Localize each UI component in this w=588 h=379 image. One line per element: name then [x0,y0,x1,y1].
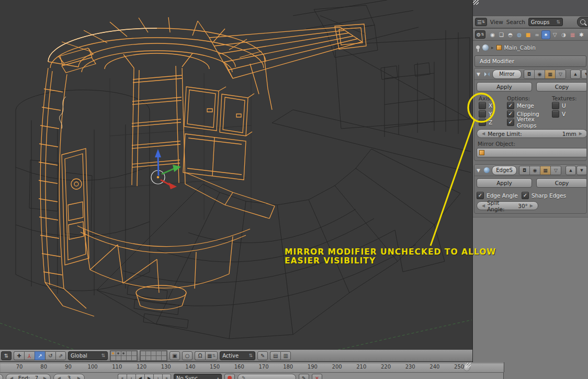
record-button[interactable] [224,374,235,379]
move-modifier-down-icon[interactable]: ▼ [581,70,587,79]
checkbox-box[interactable] [552,102,559,109]
layer-cell[interactable] [141,356,145,360]
orientation-dropdown[interactable]: Global⇅ [68,351,108,360]
3d-viewport[interactable] [0,0,472,350]
layer-cell[interactable] [146,356,151,360]
rotate-manipulator-icon[interactable]: ↺ [45,351,55,360]
proportional-edit-icon[interactable]: ○ [182,351,193,360]
checkbox-vertex-groups[interactable]: ✓Vertex Groups [507,118,552,127]
checkbox-sharp-edges[interactable]: ✓Sharp Edges [522,191,567,200]
snap-magnet-icon[interactable]: Ω [195,351,205,360]
checkbox-u[interactable]: U [552,101,566,110]
layer-cell[interactable] [111,356,116,360]
area-corner-widget[interactable] [473,0,479,5]
layer-cell[interactable] [151,351,156,355]
layer-cell[interactable] [156,351,161,355]
tab-world-icon[interactable]: ◍ [515,31,523,39]
lock-to-scene-icon[interactable]: ▣ [169,351,180,360]
edit-mode-visibility-icon[interactable]: ▦ [540,166,551,175]
tab-render-layers-icon[interactable]: ❏ [497,31,505,39]
scale-manipulator-icon[interactable]: ⇗ [55,351,66,360]
layer-cell[interactable] [121,356,126,360]
add-modifier-button[interactable]: Add Modifier [474,55,586,67]
layer-cell[interactable] [116,356,121,360]
checkbox-box[interactable] [552,110,559,118]
properties-editor-type-button[interactable]: ⚙⇅ [475,30,485,39]
checkbox-box[interactable] [479,110,486,118]
end-frame-field[interactable]: ◀End: 7▶ [6,374,51,379]
layer-cell[interactable] [156,356,161,360]
snap-target-dropdown[interactable]: Active⇅ [220,351,255,360]
copy-button[interactable]: Copy [536,178,587,188]
opengl-render-image-icon[interactable]: ▤ [270,351,280,360]
layers-grid-2[interactable] [140,350,167,361]
tab-modifiers-icon[interactable]: ✶ [542,31,550,39]
layer-cell[interactable] [162,356,166,360]
checkbox-box[interactable]: ✓ [477,192,484,199]
checkbox-y[interactable]: Y [479,110,507,118]
expand-icon[interactable]: ▼ [477,72,482,77]
tab-render-icon[interactable]: ◉ [489,31,496,39]
mirror-object-field[interactable] [477,148,587,157]
object-context-icon[interactable] [482,44,489,51]
split-angle-slider[interactable]: ◀ Split Angle: 30° ▶ [477,201,538,210]
checkbox-v[interactable]: V [552,110,566,118]
modifier-name-field[interactable]: Mirror [492,70,522,79]
checkbox-box[interactable]: ✓ [522,192,529,199]
start-frame-field[interactable] [0,374,3,379]
checkbox-box[interactable]: ✓ [507,102,514,109]
checkbox-edge-angle[interactable]: ✓Edge Angle [477,191,522,200]
layers-grid-1[interactable] [110,350,138,361]
outliner-search-menu[interactable]: Search [506,19,525,25]
translate-manipulator-icon[interactable]: ↗ [35,351,45,360]
checkbox-box[interactable]: ✓ [507,119,514,126]
apply-button[interactable]: Apply [477,82,532,91]
checkbox-merge[interactable]: ✓Merge [507,101,552,110]
jump-start-button[interactable]: « [118,374,127,379]
layer-cell[interactable] [127,356,131,360]
apply-button[interactable]: Apply [477,178,532,188]
manipulator-toggle-icon[interactable]: ✚ [14,351,24,360]
checkbox-box[interactable] [479,102,486,109]
tab-texture-icon[interactable]: ▦ [569,31,576,39]
delete-keyframe-icon[interactable]: ✕ [312,374,322,379]
tab-particles-icon[interactable]: ✱ [578,31,585,39]
render-visibility-icon[interactable]: ◘ [519,166,530,175]
tab-object-data-icon[interactable]: ▽ [551,31,559,39]
tab-scene-icon[interactable]: ◓ [506,31,514,39]
keying-set-field[interactable]: ✎ [238,374,296,379]
opengl-render-anim-icon[interactable]: ▥ [280,351,291,360]
layer-cell[interactable] [151,356,156,360]
outliner-editor-type-button[interactable]: ☰⇅ [475,18,487,26]
move-modifier-up-icon[interactable]: ▲ [566,166,576,175]
layer-cell[interactable] [141,351,145,355]
outliner-view-menu[interactable]: View [490,19,503,25]
prev-keyframe-button[interactable]: ‹ [127,374,135,379]
search-icon[interactable] [577,17,588,27]
viewport-visibility-icon[interactable]: ◉ [530,166,540,175]
modifier-name-field[interactable]: EdgeS [492,166,517,175]
jump-end-button[interactable]: » [162,374,171,379]
outliner-area[interactable] [473,0,588,16]
layer-cell[interactable] [127,351,131,355]
copy-button[interactable]: Copy [536,82,587,91]
current-frame-field[interactable]: ◀3▶ [53,374,85,379]
cage-icon[interactable]: ▽ [556,70,566,78]
move-modifier-down-icon[interactable]: ▼ [576,166,587,175]
axis-tripod-icon[interactable]: Y [24,351,35,360]
viewport-visibility-icon[interactable]: ◉ [535,70,545,78]
layer-cell[interactable] [132,351,137,355]
layers-widget[interactable] [110,350,167,361]
cage-icon[interactable]: ▽ [551,166,561,175]
timeline-ruler[interactable]: 7080901001101201301401501601701801902002… [0,362,504,372]
layer-cell[interactable] [116,351,121,355]
sync-mode-dropdown[interactable]: No Sync▴ [174,374,222,379]
merge-limit-slider[interactable]: ◀ Merge Limit: 1mm ▶ [477,129,587,138]
play-reverse-button[interactable]: ◀ [135,374,144,379]
move-modifier-up-icon[interactable]: ▲ [570,70,581,79]
layer-cell[interactable] [162,351,166,355]
play-button[interactable]: ▶ [144,374,153,379]
layer-cell[interactable] [121,351,126,355]
layer-cell[interactable] [132,356,137,360]
tab-constraints-icon[interactable]: ∞ [533,31,541,39]
